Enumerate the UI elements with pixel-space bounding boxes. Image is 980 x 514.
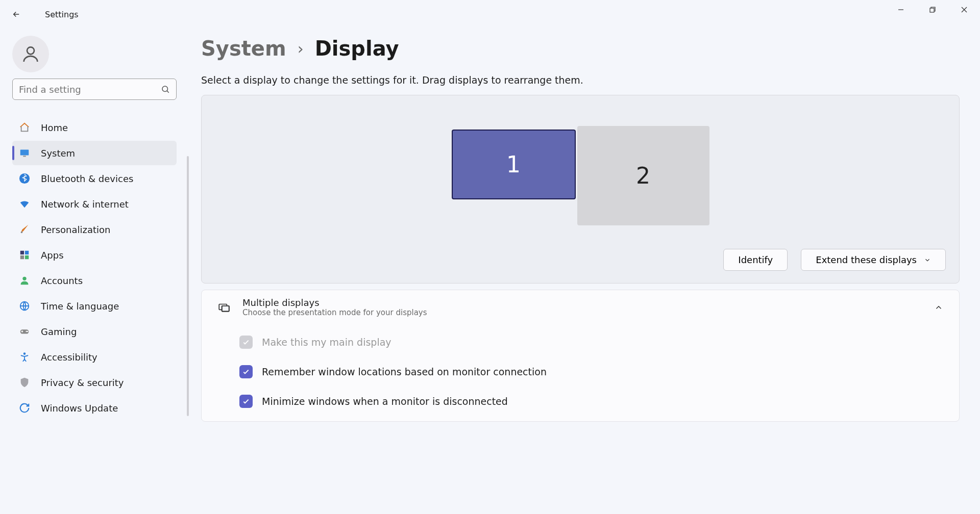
content-area: System › Display Select a display to cha… (189, 29, 980, 514)
svg-point-4 (27, 47, 34, 54)
multiple-displays-title: Multiple displays (242, 297, 933, 308)
check-label: Make this my main display (262, 337, 391, 348)
maximize-button[interactable] (917, 0, 948, 19)
home-icon (18, 121, 31, 134)
svg-rect-13 (20, 255, 24, 259)
sidebar-item-privacy[interactable]: Privacy & security (12, 370, 177, 395)
sidebar-item-label: Gaming (41, 326, 77, 337)
monitor-1[interactable]: 1 (452, 130, 576, 199)
avatar[interactable] (12, 36, 49, 72)
svg-rect-14 (25, 255, 29, 259)
check-icon (242, 338, 250, 346)
check-icon (242, 368, 250, 376)
app-title: Settings (45, 10, 79, 19)
sidebar: Home System Bluetooth & devices Network … (0, 29, 189, 514)
title-bar: Settings (0, 0, 980, 29)
sidebar-item-time[interactable]: Time & language (12, 294, 177, 318)
wifi-icon (18, 198, 31, 210)
sidebar-item-label: System (41, 148, 75, 159)
globe-clock-icon (18, 300, 31, 312)
check-icon (242, 397, 250, 405)
close-icon (961, 7, 967, 13)
sidebar-item-label: Accessibility (41, 352, 97, 363)
svg-rect-11 (20, 251, 24, 254)
monitor-canvas[interactable]: 1 2 (202, 95, 959, 243)
chevron-down-icon (924, 256, 931, 264)
check-row-remember-locations[interactable]: Remember window locations based on monit… (239, 357, 945, 387)
svg-point-15 (22, 277, 26, 280)
svg-point-10 (21, 232, 23, 234)
apps-icon (18, 249, 31, 261)
update-icon (18, 402, 31, 414)
checkbox-minimize-disconnect[interactable] (239, 395, 253, 408)
sidebar-item-label: Bluetooth & devices (41, 173, 133, 184)
extend-label: Extend these displays (816, 254, 917, 265)
extend-dropdown[interactable]: Extend these displays (801, 249, 946, 271)
sidebar-item-label: Accounts (41, 275, 83, 286)
minimize-icon (898, 7, 904, 13)
display-intro: Select a display to change the settings … (201, 74, 960, 86)
identify-label: Identify (738, 254, 773, 265)
sidebar-item-label: Windows Update (41, 403, 118, 414)
check-label: Remember window locations based on monit… (262, 366, 547, 377)
check-row-main-display: Make this my main display (239, 327, 945, 357)
check-row-minimize-disconnect[interactable]: Minimize windows when a monitor is disco… (239, 387, 945, 416)
display-arrangement-panel: 1 2 Identify Extend these displays (201, 95, 960, 284)
multiple-displays-icon (216, 299, 232, 316)
multiple-displays-header[interactable]: Multiple displays Choose the presentatio… (202, 290, 959, 324)
sidebar-item-label: Network & internet (41, 199, 129, 210)
svg-rect-7 (20, 150, 29, 156)
svg-point-5 (162, 86, 168, 92)
sidebar-item-label: Time & language (41, 301, 119, 312)
breadcrumb: System › Display (201, 37, 960, 60)
svg-point-18 (26, 331, 27, 332)
minimize-button[interactable] (885, 0, 917, 19)
multiple-displays-titles: Multiple displays Choose the presentatio… (242, 297, 933, 317)
svg-rect-22 (222, 305, 229, 311)
sidebar-item-accounts[interactable]: Accounts (12, 268, 177, 293)
sidebar-item-apps[interactable]: Apps (12, 243, 177, 267)
sidebar-item-label: Apps (41, 250, 64, 261)
sidebar-item-accessibility[interactable]: Accessibility (12, 345, 177, 369)
sidebar-item-gaming[interactable]: Gaming (12, 319, 177, 344)
search-box[interactable] (12, 79, 177, 100)
sidebar-item-update[interactable]: Windows Update (12, 396, 177, 420)
breadcrumb-parent[interactable]: System (201, 37, 286, 60)
arrow-left-icon (12, 10, 21, 19)
sidebar-item-label: Privacy & security (41, 377, 124, 388)
multiple-displays-subtitle: Choose the presentation mode for your di… (242, 308, 933, 317)
sidebar-item-network[interactable]: Network & internet (12, 192, 177, 216)
chevron-up-icon (933, 301, 945, 314)
sidebar-scrollbar[interactable] (187, 156, 189, 416)
window-controls (885, 0, 980, 19)
user-icon (20, 44, 41, 64)
svg-line-6 (167, 91, 168, 92)
monitor-2[interactable]: 2 (577, 126, 709, 225)
check-label: Minimize windows when a monitor is disco… (262, 396, 508, 407)
breadcrumb-current: Display (315, 37, 399, 60)
sidebar-item-system[interactable]: System (12, 141, 177, 165)
checkbox-remember-locations[interactable] (239, 365, 253, 378)
accounts-icon (18, 274, 31, 287)
svg-point-19 (27, 331, 28, 332)
sidebar-item-bluetooth[interactable]: Bluetooth & devices (12, 166, 177, 191)
back-button[interactable] (6, 4, 27, 24)
sidebar-item-label: Home (41, 122, 68, 133)
accessibility-icon (18, 351, 31, 363)
close-button[interactable] (948, 0, 980, 19)
arrangement-actions: Identify Extend these displays (723, 249, 946, 271)
svg-rect-1 (930, 8, 934, 12)
sidebar-item-label: Personalization (41, 224, 110, 235)
system-icon (18, 147, 31, 159)
search-input[interactable] (19, 84, 161, 95)
sidebar-item-personalization[interactable]: Personalization (12, 217, 177, 242)
chevron-right-icon: › (298, 40, 304, 58)
maximize-icon (929, 7, 936, 13)
svg-rect-8 (23, 156, 26, 157)
nav-list: Home System Bluetooth & devices Network … (12, 115, 177, 420)
sidebar-item-home[interactable]: Home (12, 115, 177, 140)
bluetooth-icon (18, 172, 31, 185)
identify-button[interactable]: Identify (723, 249, 788, 271)
search-icon (161, 85, 170, 94)
brush-icon (18, 223, 31, 236)
